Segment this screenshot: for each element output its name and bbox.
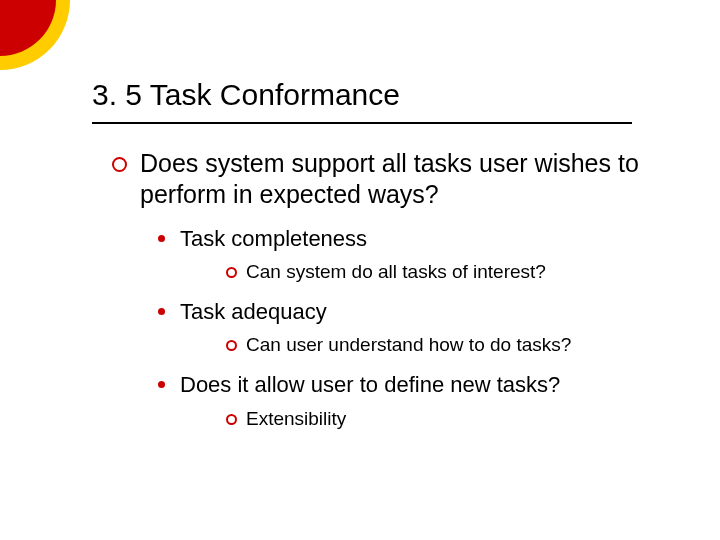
bullet-level1: Does system support all tasks user wishe…: [112, 148, 652, 430]
slide-content: Does system support all tasks user wishe…: [112, 140, 652, 430]
bullet-level3: Can user understand how to do tasks?: [226, 333, 652, 357]
slide-title: 3. 5 Task Conformance: [92, 78, 400, 112]
bullet-text: Task adequacy: [180, 299, 327, 324]
bullet-level3: Extensibility: [226, 407, 652, 431]
corner-decoration: [0, 0, 70, 70]
slide: 3. 5 Task Conformance Does system suppor…: [0, 0, 720, 540]
bullet-text: Task completeness: [180, 226, 367, 251]
bullet-level2: Does it allow user to define new tasks? …: [158, 371, 652, 430]
bullet-text: Extensibility: [246, 408, 346, 429]
bullet-level2: Task completeness Can system do all task…: [158, 225, 652, 284]
title-underline: [92, 122, 632, 124]
bullet-level2: Task adequacy Can user understand how to…: [158, 298, 652, 357]
bullet-level3: Can system do all tasks of interest?: [226, 260, 652, 284]
bullet-text: Does it allow user to define new tasks?: [180, 372, 560, 397]
bullet-text: Does system support all tasks user wishe…: [140, 149, 639, 208]
bullet-text: Can system do all tasks of interest?: [246, 261, 546, 282]
bullet-text: Can user understand how to do tasks?: [246, 334, 571, 355]
